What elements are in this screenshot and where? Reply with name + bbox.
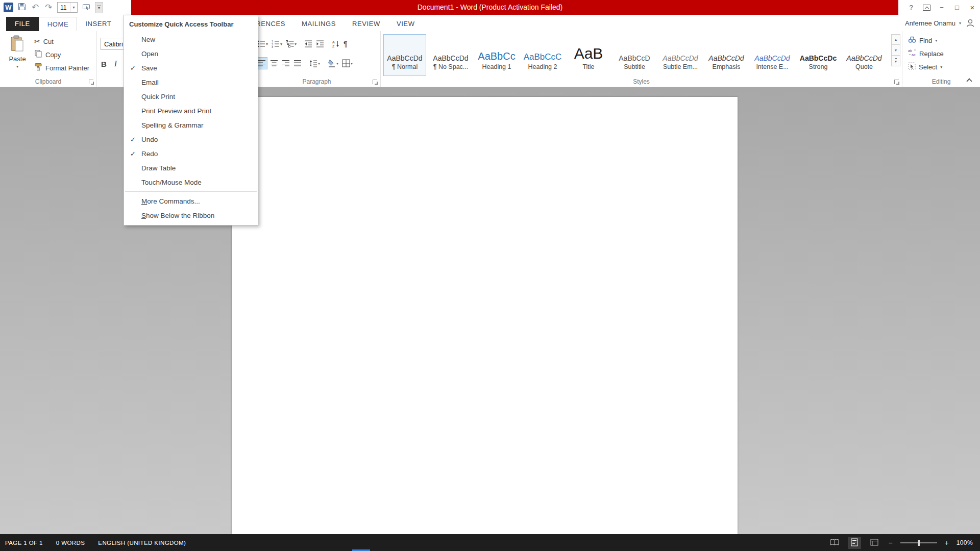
style-subtle-emphasis[interactable]: AaBbCcDd Subtle Em... [659,34,702,76]
menu-item-new[interactable]: New [124,32,258,46]
paste-button[interactable]: Paste ▾ [5,35,30,77]
maximize-button[interactable]: □ [949,0,965,15]
style-strong[interactable]: AaBbCcDc Strong [797,34,840,76]
bullets-dropdown-icon[interactable]: ▾ [266,42,268,46]
shading-dropdown-icon[interactable]: ▾ [336,61,338,66]
numbering-button[interactable]: 123 ▾ [271,38,283,50]
align-center-button[interactable] [269,57,279,69]
style-quote[interactable]: AaBbCcDd Quote [843,34,886,76]
tab-insert[interactable]: INSERT [77,17,119,31]
select-dropdown-icon[interactable]: ▾ [940,65,942,69]
collapse-ribbon-button[interactable] [967,78,972,83]
customize-qat-dropdown-button[interactable]: ▾ [95,2,103,13]
replace-button[interactable]: abac Replace [905,47,946,60]
menu-item-print-preview-and-print[interactable]: Print Preview and Print [124,104,258,118]
document-page[interactable] [232,97,738,534]
style-intense-emphasis[interactable]: AaBbCcDd Intense E... [751,34,794,76]
show-paragraph-marks-button[interactable]: ¶ [342,38,349,50]
copy-button[interactable]: Copy [32,48,92,61]
paste-dropdown-icon[interactable]: ▾ [16,64,18,69]
tab-mailings[interactable]: MAILINGS [293,17,344,31]
print-layout-button[interactable] [848,537,861,549]
redo-button[interactable]: ↷ [44,2,53,13]
zoom-slider[interactable] [900,542,937,543]
multilevel-list-button[interactable]: ▾ [285,38,298,50]
menu-item-label: Redo [141,150,158,158]
style-title[interactable]: AaB Title [567,34,610,76]
tab-file[interactable]: FILE [6,17,39,31]
style-heading-2[interactable]: AaBbCcC Heading 2 [521,34,564,76]
help-button[interactable]: ? [903,0,919,15]
styles-dialog-launcher[interactable] [894,80,899,84]
save-button[interactable] [17,2,27,13]
styles-group-label: Styles [381,78,902,85]
undo-button[interactable]: ↶ [31,2,40,13]
menu-item-quick-print[interactable]: Quick Print [124,89,258,104]
line-spacing-dropdown-icon[interactable]: ▾ [318,61,320,66]
clipboard-dialog-launcher[interactable] [89,80,93,84]
web-layout-button[interactable] [868,537,881,549]
zoom-in-button[interactable]: + [944,539,950,547]
menu-item-open[interactable]: Open [124,46,258,61]
zoom-percentage[interactable]: 100% [957,539,973,546]
paragraph-dialog-launcher[interactable] [373,80,377,84]
decrease-indent-button[interactable] [303,38,313,50]
read-mode-icon [830,539,839,547]
justify-button[interactable] [292,57,303,69]
zoom-slider-thumb[interactable] [918,540,920,546]
word-count[interactable]: 0 WORDS [56,540,85,546]
menu-item-redo[interactable]: ✓ Redo [124,146,258,161]
style-emphasis[interactable]: AaBbCcDd Emphasis [705,34,748,76]
numbering-dropdown-icon[interactable]: ▾ [280,42,282,46]
menu-item-undo[interactable]: ✓ Undo [124,132,258,146]
menu-item-spelling-grammar[interactable]: Spelling & Grammar [124,118,258,132]
touch-mouse-mode-button[interactable] [82,2,91,13]
find-button[interactable]: Find ▾ [905,34,946,47]
increase-indent-button[interactable] [315,38,325,50]
format-painter-button[interactable]: Format Painter [32,61,92,74]
bold-button[interactable]: B [101,60,107,68]
menu-item-label: New [141,36,155,43]
menu-item-draw-table[interactable]: Draw Table [124,161,258,175]
tab-home[interactable]: HOME [39,17,77,31]
style-normal[interactable]: AaBbCcDd ¶ Normal [383,34,426,76]
style-label: Emphasis [713,63,741,74]
tab-review[interactable]: REVIEW [344,17,388,31]
menu-item-save[interactable]: ✓ Save [124,61,258,75]
menu-item-more-commands[interactable]: M ore Commands... [124,194,258,208]
find-label: Find [919,37,932,44]
justify-icon [293,59,302,67]
font-size-combo[interactable]: 11 ▾ [57,2,78,13]
menu-item-touch-mouse-mode[interactable]: Touch/Mouse Mode [124,175,258,189]
menu-item-email[interactable]: Email [124,75,258,89]
sort-button[interactable]: AZ [331,38,341,50]
page-indicator[interactable]: PAGE 1 OF 1 [5,540,43,546]
italic-button[interactable]: I [113,59,118,68]
style-subtitle[interactable]: AaBbCcD Subtitle [613,34,656,76]
select-button[interactable]: Select ▾ [905,60,946,73]
multilevel-dropdown-icon[interactable]: ▾ [295,42,297,46]
borders-button[interactable]: ▾ [341,57,354,69]
align-right-button[interactable] [281,57,291,69]
ribbon-display-options-button[interactable] [919,0,934,15]
styles-scroll-up-button[interactable]: ▴ [891,34,900,45]
find-dropdown-icon[interactable]: ▾ [935,38,937,43]
read-mode-button[interactable] [828,537,841,549]
zoom-out-button[interactable]: − [888,539,894,547]
style-no-spacing[interactable]: AaBbCcDd ¶ No Spac... [429,34,472,76]
font-size-dropdown-icon[interactable]: ▾ [70,3,77,12]
borders-dropdown-icon[interactable]: ▾ [351,61,353,66]
tab-view[interactable]: VIEW [388,17,423,31]
style-heading-1[interactable]: AaBbCc Heading 1 [475,34,518,76]
cut-button[interactable]: ✂ Cut [32,35,92,48]
styles-gallery-more-button[interactable]: ▾ [891,56,900,66]
close-button[interactable]: × [965,0,980,15]
style-preview: AaBbCcDd [384,35,426,63]
shading-button[interactable]: ▾ [327,57,339,69]
account-area[interactable]: Anfernee Onamu ▾ [905,15,976,31]
styles-scroll-down-button[interactable]: ▾ [891,45,900,56]
line-spacing-button[interactable]: ▾ [308,57,321,69]
language-indicator[interactable]: ENGLISH (UNITED KINGDOM) [98,540,186,546]
menu-item-show-below-the-ribbon[interactable]: S how Below the Ribbon [124,208,258,222]
minimize-button[interactable]: − [934,0,949,15]
